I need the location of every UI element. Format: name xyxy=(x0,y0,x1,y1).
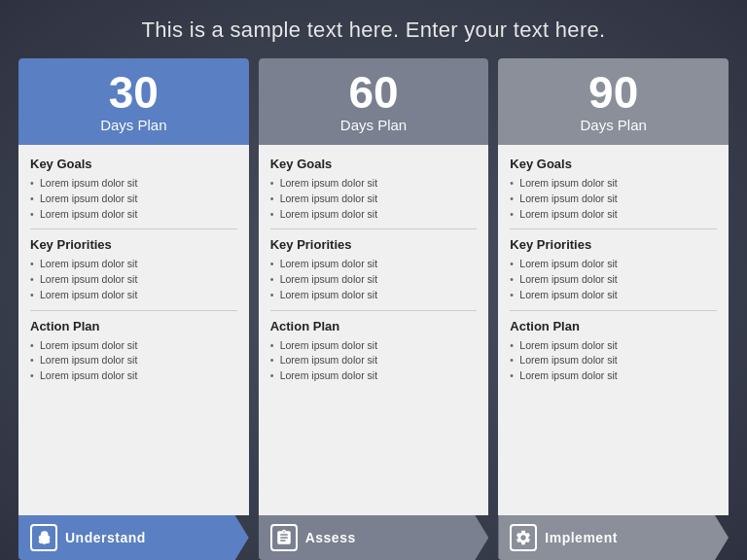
list-item-col3-0-2: Lorem ipsum dolor sit xyxy=(510,207,717,223)
column-body-col1: Key GoalsLorem ipsum dolor sitLorem ipsu… xyxy=(18,145,249,515)
column-number-col1: 30 xyxy=(109,70,159,115)
list-item-col1-2-1: Lorem ipsum dolor sit xyxy=(30,353,237,368)
bullet-list-col1-2: Lorem ipsum dolor sitLorem ipsum dolor s… xyxy=(30,338,237,384)
bullet-list-col2-1: Lorem ipsum dolor sitLorem ipsum dolor s… xyxy=(270,257,478,302)
section-title-col3-0: Key Goals xyxy=(510,157,717,171)
section-title-col2-1: Key Priorities xyxy=(270,237,478,252)
bullet-list-col2-2: Lorem ipsum dolor sitLorem ipsum dolor s… xyxy=(270,338,478,384)
divider-col3-1 xyxy=(510,228,717,229)
column-header-col3: 90 Days Plan xyxy=(498,58,729,145)
column-label-col1: Days Plan xyxy=(100,117,166,133)
column-col2: 60 Days Plan Key GoalsLorem ipsum dolor … xyxy=(259,58,489,560)
list-item-col2-1-1: Lorem ipsum dolor sit xyxy=(270,272,478,288)
list-item-col1-1-0: Lorem ipsum dolor sit xyxy=(30,257,237,272)
header-text: This is a sample text here. Enter your t… xyxy=(142,18,606,43)
list-item-col2-2-1: Lorem ipsum dolor sit xyxy=(270,353,478,368)
column-col1: 30 Days Plan Key GoalsLorem ipsum dolor … xyxy=(18,58,249,560)
footer-icon-clipboard xyxy=(270,524,298,551)
column-footer-col2: Assess xyxy=(259,515,489,560)
footer-icon-brain xyxy=(30,524,57,551)
list-item-col3-1-2: Lorem ipsum dolor sit xyxy=(510,288,717,303)
section-title-col2-2: Action Plan xyxy=(270,319,478,333)
column-label-col2: Days Plan xyxy=(340,117,407,133)
column-label-col3: Days Plan xyxy=(580,117,646,133)
list-item-col2-1-2: Lorem ipsum dolor sit xyxy=(270,288,478,303)
bullet-list-col3-2: Lorem ipsum dolor sitLorem ipsum dolor s… xyxy=(510,338,717,384)
bullet-list-col1-1: Lorem ipsum dolor sitLorem ipsum dolor s… xyxy=(30,257,237,302)
list-item-col3-2-2: Lorem ipsum dolor sit xyxy=(510,368,717,384)
divider-col1-1 xyxy=(30,228,237,229)
divider-col2-2 xyxy=(270,310,478,311)
column-footer-col3: Implement xyxy=(498,515,729,560)
list-item-col2-1-0: Lorem ipsum dolor sit xyxy=(270,257,478,272)
list-item-col1-2-0: Lorem ipsum dolor sit xyxy=(30,338,237,354)
section-title-col1-1: Key Priorities xyxy=(30,237,237,252)
bullet-list-col3-1: Lorem ipsum dolor sitLorem ipsum dolor s… xyxy=(510,257,717,302)
list-item-col3-0-0: Lorem ipsum dolor sit xyxy=(510,176,717,192)
list-item-col3-2-1: Lorem ipsum dolor sit xyxy=(510,353,717,368)
list-item-col2-2-0: Lorem ipsum dolor sit xyxy=(270,338,478,354)
divider-col3-2 xyxy=(510,310,717,311)
list-item-col3-1-1: Lorem ipsum dolor sit xyxy=(510,272,717,288)
columns-container: 30 Days Plan Key GoalsLorem ipsum dolor … xyxy=(18,58,729,560)
header: This is a sample text here. Enter your t… xyxy=(142,0,606,58)
column-body-col3: Key GoalsLorem ipsum dolor sitLorem ipsu… xyxy=(498,145,729,515)
bullet-list-col3-0: Lorem ipsum dolor sitLorem ipsum dolor s… xyxy=(510,176,717,222)
list-item-col2-0-0: Lorem ipsum dolor sit xyxy=(270,176,478,192)
column-body-col2: Key GoalsLorem ipsum dolor sitLorem ipsu… xyxy=(259,145,489,515)
section-title-col3-1: Key Priorities xyxy=(510,237,717,252)
divider-col2-1 xyxy=(270,228,478,229)
footer-icon-gear xyxy=(510,524,537,551)
bullet-list-col1-0: Lorem ipsum dolor sitLorem ipsum dolor s… xyxy=(30,176,237,222)
list-item-col1-0-1: Lorem ipsum dolor sit xyxy=(30,192,237,207)
column-header-col1: 30 Days Plan xyxy=(18,58,249,145)
list-item-col2-0-2: Lorem ipsum dolor sit xyxy=(270,207,478,223)
column-header-col2: 60 Days Plan xyxy=(259,58,489,145)
section-title-col2-0: Key Goals xyxy=(270,157,478,171)
bullet-list-col2-0: Lorem ipsum dolor sitLorem ipsum dolor s… xyxy=(270,176,478,222)
list-item-col3-1-0: Lorem ipsum dolor sit xyxy=(510,257,717,272)
column-col3: 90 Days Plan Key GoalsLorem ipsum dolor … xyxy=(498,58,729,560)
footer-label-col2: Assess xyxy=(305,530,356,545)
footer-label-col1: Understand xyxy=(65,530,146,545)
list-item-col1-0-0: Lorem ipsum dolor sit xyxy=(30,176,237,192)
list-item-col2-2-2: Lorem ipsum dolor sit xyxy=(270,368,478,384)
list-item-col1-1-1: Lorem ipsum dolor sit xyxy=(30,272,237,288)
column-number-col3: 90 xyxy=(588,70,638,115)
section-title-col1-2: Action Plan xyxy=(30,319,237,333)
column-number-col2: 60 xyxy=(348,70,398,115)
section-title-col3-2: Action Plan xyxy=(510,319,717,333)
list-item-col1-0-2: Lorem ipsum dolor sit xyxy=(30,207,237,223)
list-item-col3-0-1: Lorem ipsum dolor sit xyxy=(510,192,717,207)
list-item-col1-1-2: Lorem ipsum dolor sit xyxy=(30,288,237,303)
footer-label-col3: Implement xyxy=(545,530,618,545)
list-item-col1-2-2: Lorem ipsum dolor sit xyxy=(30,368,237,384)
list-item-col2-0-1: Lorem ipsum dolor sit xyxy=(270,192,478,207)
divider-col1-2 xyxy=(30,310,237,311)
list-item-col3-2-0: Lorem ipsum dolor sit xyxy=(510,338,717,354)
column-footer-col1: Understand xyxy=(18,515,249,560)
section-title-col1-0: Key Goals xyxy=(30,157,237,171)
